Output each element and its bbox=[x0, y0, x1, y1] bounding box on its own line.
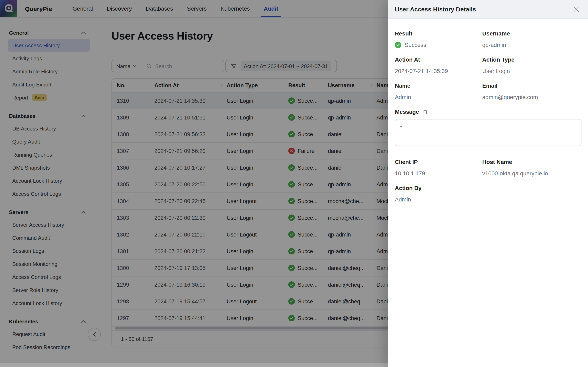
detail-value-text: 2024-07-21 14:35:39 bbox=[395, 67, 448, 75]
drawer-fields-top: ResultSuccessUsernameqp-adminAction At20… bbox=[395, 29, 581, 108]
copy-button[interactable] bbox=[422, 109, 428, 114]
detail-value-text: Success bbox=[405, 41, 426, 49]
detail-value: Success bbox=[395, 41, 482, 49]
copy-icon bbox=[422, 109, 428, 114]
detail-field-action-at: Action At2024-07-21 14:35:39 bbox=[395, 55, 482, 75]
close-icon bbox=[573, 6, 579, 12]
detail-value: v1000-okta.qa.querypie.io bbox=[482, 169, 581, 177]
detail-field-action-by: Action ByAdmin bbox=[395, 184, 482, 203]
detail-field-username: Usernameqp-admin bbox=[482, 29, 581, 49]
message-label: Message bbox=[395, 108, 419, 116]
detail-label: Action Type bbox=[482, 55, 581, 64]
drawer-header: User Access History Details bbox=[388, 0, 588, 19]
drawer-body: ResultSuccessUsernameqp-adminAction At20… bbox=[388, 19, 588, 217]
detail-value-text: admin@querypie.com bbox=[482, 93, 538, 101]
details-drawer: User Access History Details ResultSucces… bbox=[388, 0, 588, 367]
detail-label: Name bbox=[395, 82, 482, 90]
detail-value-text: v1000-okta.qa.querypie.io bbox=[482, 169, 548, 177]
detail-label: Action At bbox=[395, 55, 482, 64]
drawer-title: User Access History Details bbox=[395, 6, 476, 13]
close-button[interactable] bbox=[572, 5, 581, 14]
detail-field-email: Emailadmin@querypie.com bbox=[482, 82, 581, 101]
detail-field-result: ResultSuccess bbox=[395, 29, 482, 49]
detail-field-name: NameAdmin bbox=[395, 82, 482, 101]
success-icon bbox=[395, 42, 401, 48]
detail-value-text: Admin bbox=[395, 195, 411, 203]
detail-field-host-name: Host Namev1000-okta.qa.querypie.io bbox=[482, 158, 581, 177]
detail-label: Host Name bbox=[482, 158, 581, 166]
detail-value: User Login bbox=[482, 67, 581, 75]
detail-label: Username bbox=[482, 29, 581, 38]
message-box: - bbox=[395, 119, 581, 146]
detail-field-action-type: Action TypeUser Login bbox=[482, 55, 581, 75]
detail-label: Email bbox=[482, 82, 581, 90]
detail-value: qp-admin bbox=[482, 41, 581, 49]
detail-value-text: qp-admin bbox=[482, 41, 506, 49]
detail-label: Action By bbox=[395, 184, 482, 192]
detail-label: Client IP bbox=[395, 158, 482, 166]
app-window: QueryPie GeneralDiscoveryDatabasesServer… bbox=[0, 0, 588, 367]
drawer-fields-bottom: Client IP10.10.1.179Host Namev1000-okta.… bbox=[395, 158, 581, 210]
detail-value: admin@querypie.com bbox=[482, 93, 581, 101]
detail-value: Admin bbox=[395, 93, 482, 101]
detail-value: Admin bbox=[395, 195, 482, 203]
detail-value: 2024-07-21 14:35:39 bbox=[395, 67, 482, 75]
detail-value-text: User Login bbox=[482, 67, 510, 75]
detail-label: Result bbox=[395, 29, 482, 38]
message-field: Message - bbox=[395, 108, 581, 146]
detail-value-text: Admin bbox=[395, 93, 411, 101]
detail-value: 10.10.1.179 bbox=[395, 169, 482, 177]
detail-value-text: 10.10.1.179 bbox=[395, 169, 425, 177]
detail-field-client-ip: Client IP10.10.1.179 bbox=[395, 158, 482, 177]
